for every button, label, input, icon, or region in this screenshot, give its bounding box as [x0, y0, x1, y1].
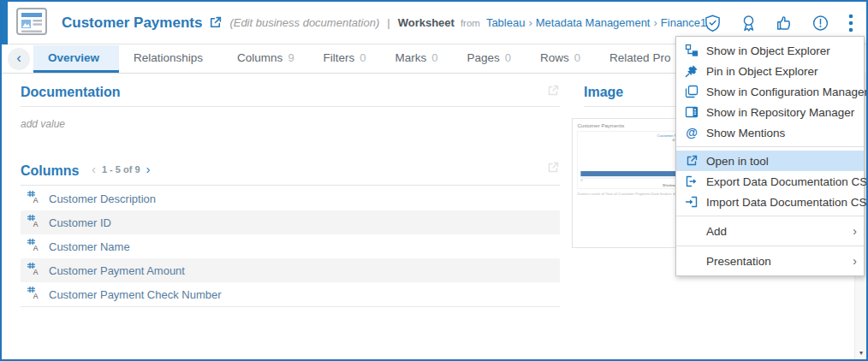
image-heading: Image [584, 85, 623, 100]
menu-separator [676, 146, 864, 147]
menu-separator [676, 216, 864, 216]
breadcrumb: Tableau›Metadata Management›Finance1 [486, 16, 706, 29]
column-row[interactable]: A Customer Payment Check Number [21, 282, 560, 306]
breadcrumb-tableau[interactable]: Tableau [486, 16, 526, 29]
thumbs-up-icon[interactable] [776, 14, 794, 33]
open-in-new-icon[interactable] [208, 15, 223, 30]
divider [21, 306, 560, 307]
menu-item-export-data-documentation-csv[interactable]: Export Data Documentation CSV [676, 171, 864, 192]
field-icon: A [27, 214, 39, 231]
columns-section-header: Columns ‹ 1 - 5 of 9 › [21, 151, 560, 186]
from-label: from [461, 18, 480, 28]
shield-check-icon[interactable] [704, 14, 722, 33]
column-row[interactable]: A Customer Description [21, 186, 560, 210]
column-link[interactable]: Customer ID [49, 216, 111, 229]
page-title: Customer Payments [62, 15, 202, 32]
menu-item-show-in-configuration-manager[interactable]: Show in Configuration Manager [676, 81, 864, 102]
award-ribbon-icon[interactable] [740, 14, 758, 33]
left-column: Documentation add value Columns ‹ 1 - 5 … [21, 74, 560, 307]
tab-pages[interactable]: Pages0 [453, 45, 526, 73]
submenu-chevron-icon: › [853, 254, 857, 268]
hierarchy-icon [685, 44, 699, 57]
field-icon: A [27, 262, 39, 279]
menu-item-open-in-tool[interactable]: Open in tool [676, 151, 864, 171]
documentation-section-header: Documentation [21, 74, 560, 107]
column-link[interactable]: Customer Description [49, 192, 156, 205]
tab-rows[interactable]: Rows0 [526, 45, 595, 73]
column-link[interactable]: Customer Payment Amount [49, 264, 185, 277]
divider [21, 185, 560, 186]
column-row[interactable]: A Customer Payment Amount [21, 258, 560, 282]
svg-text:A: A [33, 244, 39, 252]
back-chevron-button[interactable]: ‹ [8, 48, 30, 70]
scroll-down-arrow-icon[interactable]: ▾ [855, 349, 867, 357]
pin-icon [685, 64, 699, 78]
tab-filters[interactable]: Filters0 [309, 45, 381, 73]
export-icon [685, 175, 699, 188]
at-mention-icon: @ [685, 126, 699, 139]
tab-relationships[interactable]: Relationships [119, 45, 223, 73]
column-link[interactable]: Customer Payment Check Number [49, 288, 222, 301]
alert-circle-icon[interactable] [812, 14, 829, 33]
menu-item-import-data-documentation-csv[interactable]: Import Data Documentation CSV [676, 192, 864, 212]
columns-heading: Columns [21, 163, 79, 179]
menu-item-presentation[interactable]: Presentation › [676, 250, 864, 272]
breadcrumb-separator: › [528, 16, 532, 29]
tab-columns[interactable]: Columns9 [223, 45, 309, 73]
breadcrumb-separator: › [653, 16, 657, 29]
tab-marks[interactable]: Marks0 [381, 45, 453, 73]
svg-text:@: @ [686, 126, 698, 139]
worksheet-icon [15, 5, 48, 41]
submenu-chevron-icon: › [853, 224, 857, 238]
breadcrumb-finance1[interactable]: Finance1 [661, 16, 706, 29]
documentation-heading: Documentation [21, 85, 120, 100]
menu-separator [676, 246, 864, 246]
app-window: Customer Payments (Edit business documen… [0, 0, 868, 361]
documentation-placeholder[interactable]: add value [21, 118, 560, 130]
menu-item-pin-in-object-explorer[interactable]: Pin in Object Explorer [676, 61, 864, 81]
field-icon: A [27, 286, 39, 303]
header-accent-strip [2, 2, 8, 44]
menu-item-show-in-object-explorer[interactable]: Show in Object Explorer [676, 40, 864, 61]
menu-item-show-in-repository-manager[interactable]: Show in Repository Manager [676, 102, 864, 122]
header-divider: | [387, 16, 389, 29]
edit-columns-icon[interactable] [546, 161, 560, 178]
pagination-range: 1 - 5 of 9 [102, 164, 140, 175]
svg-text:A: A [33, 220, 39, 228]
import-icon [685, 195, 699, 209]
pagination-prev-icon[interactable]: ‹ [92, 162, 96, 176]
divider [21, 106, 560, 107]
edit-documentation-icon[interactable] [546, 84, 560, 101]
open-in-tool-icon [685, 154, 699, 168]
column-row[interactable]: A Customer ID [21, 210, 560, 234]
svg-text:A: A [33, 268, 39, 275]
column-row[interactable]: A Customer Name [21, 234, 560, 258]
edit-documentation-link[interactable]: (Edit business documentation) [229, 16, 379, 29]
column-link[interactable]: Customer Name [49, 240, 130, 253]
kebab-menu-icon[interactable] [847, 13, 854, 33]
field-icon: A [27, 238, 39, 255]
repository-icon [685, 105, 699, 119]
field-icon: A [27, 190, 39, 207]
columns-pagination: ‹ 1 - 5 of 9 › [92, 162, 151, 176]
pagination-next-icon[interactable]: › [146, 162, 151, 176]
menu-item-add[interactable]: Add › [676, 220, 864, 242]
object-type-label: Worksheet [398, 16, 455, 29]
tab-overview[interactable]: Overview [33, 45, 119, 73]
breadcrumb-metadata-management[interactable]: Metadata Management [536, 16, 651, 29]
svg-text:A: A [33, 292, 39, 299]
menu-item-show-mentions[interactable]: @ Show Mentions [676, 122, 864, 143]
svg-text:A: A [33, 196, 39, 204]
columns-list: A Customer Description A Customer ID A C… [21, 186, 560, 307]
layers-copy-icon [685, 85, 699, 98]
context-menu: Show in Object Explorer Pin in Object Ex… [675, 36, 865, 276]
